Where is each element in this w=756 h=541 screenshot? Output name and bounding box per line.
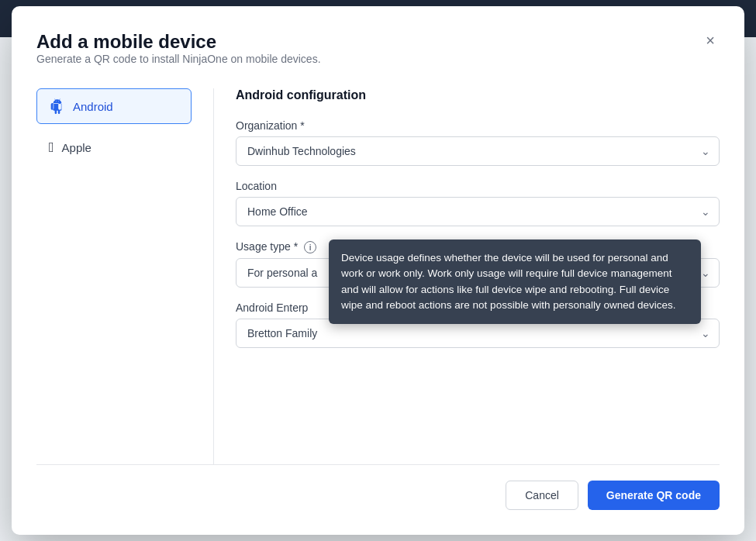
android-icon [50, 98, 65, 114]
generate-qr-code-button[interactable]: Generate QR code [588, 481, 720, 510]
panel-divider [213, 88, 214, 464]
config-section-title: Android configuration [236, 88, 720, 102]
usage-type-info-icon[interactable]: i [304, 241, 316, 253]
android-label: Android [73, 100, 113, 113]
organization-select-wrapper: Dwinhub Technologies ⌄ [236, 136, 720, 166]
modal-title: Add a mobile device Generate a QR code t… [36, 31, 321, 84]
modal-footer: Cancel Generate QR code [36, 464, 720, 510]
location-label: Location [236, 180, 720, 192]
organization-field-group: Organization * Dwinhub Technologies ⌄ [236, 119, 720, 166]
modal: Add a mobile device Generate a QR code t… [12, 6, 744, 535]
device-list: Android  Apple [36, 88, 192, 464]
device-item-android[interactable]: Android [36, 88, 192, 124]
modal-title-text: Add a mobile device [36, 31, 321, 53]
organization-select[interactable]: Dwinhub Technologies [236, 136, 720, 166]
usage-type-tooltip: Device usage defines whether the device … [329, 239, 701, 324]
location-select-wrapper: Home Office ⌄ [236, 197, 720, 226]
device-item-apple[interactable]:  Apple [36, 130, 192, 165]
apple-label: Apple [62, 141, 91, 154]
config-panel: Android configuration Organization * Dwi… [236, 88, 720, 464]
organization-label: Organization * [236, 119, 720, 132]
apple-icon:  [49, 140, 54, 156]
cancel-button[interactable]: Cancel [506, 481, 578, 510]
modal-header: Add a mobile device Generate a QR code t… [36, 31, 720, 84]
close-button[interactable]: × [701, 31, 720, 50]
modal-body: Android  Apple Android configuration Or… [36, 88, 720, 464]
location-field-group: Location Home Office ⌄ [236, 180, 720, 226]
modal-subtitle: Generate a QR code to install NinjaOne o… [36, 53, 321, 65]
tooltip-text: Device usage defines whether the device … [341, 252, 676, 311]
location-select[interactable]: Home Office [236, 197, 720, 226]
